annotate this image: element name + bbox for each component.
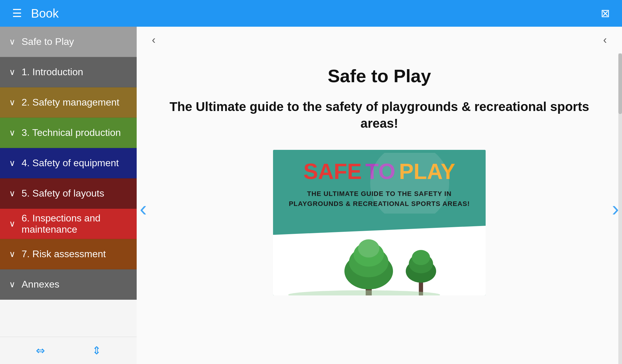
content-top-bar: ‹ ‹ [137, 27, 622, 53]
chevron-icon: ∨ [9, 97, 15, 107]
svg-point-9 [412, 250, 430, 265]
sidebar-item-safety-layouts[interactable]: ∨ 5. Safety of layouts [0, 178, 137, 209]
sidebar-item-label: 4. Safety of equipment [22, 157, 119, 169]
sidebar-item-safety-management[interactable]: ∨ 2. Safety management [0, 87, 137, 118]
sidebar-item-inspections[interactable]: ∨ 6. Inspections and maintenance [0, 209, 137, 239]
translate-icon[interactable]: ⊠ [601, 7, 610, 20]
chevron-icon: ∨ [9, 67, 15, 77]
fit-height-icon[interactable]: ⇕ [92, 344, 101, 357]
sidebar: ∨ Safe to Play ∨ 1. Introduction ∨ 2. Sa… [0, 27, 137, 364]
chevron-icon: ∨ [9, 37, 15, 47]
sidebar-item-label: 5. Safety of layouts [22, 188, 104, 199]
scrollbar-thumb[interactable] [618, 53, 622, 114]
prev-page-button[interactable]: ‹ [140, 197, 147, 221]
chevron-icon: ∨ [9, 219, 15, 229]
app-header: ☰ Book ⊠ [0, 0, 622, 27]
svg-point-10 [288, 290, 440, 295]
chevron-icon: ∨ [9, 188, 15, 198]
collapse-right-button[interactable]: ‹ [600, 31, 610, 49]
chevron-icon: ∨ [9, 128, 15, 138]
book-subtitle-line2: PLAYGROUNDS & RECREATIONAL SPORTS AREAS! [289, 200, 470, 207]
sidebar-item-risk-assessment[interactable]: ∨ 7. Risk assessment [0, 239, 137, 269]
book-cover-image: SAFE TO PLAY THE ULTIMATE GUIDE TO THE S… [273, 150, 486, 295]
next-page-button[interactable]: › [612, 197, 619, 221]
sidebar-item-technical-production[interactable]: ∨ 3. Technical production [0, 118, 137, 148]
main-layout: ∨ Safe to Play ∨ 1. Introduction ∨ 2. Sa… [0, 27, 622, 364]
book-cover-top: SAFE TO PLAY THE ULTIMATE GUIDE TO THE S… [273, 150, 486, 235]
sidebar-footer: ⇔ ⇕ [0, 337, 137, 364]
book-cover-bottom [273, 235, 486, 295]
sidebar-item-annexes[interactable]: ∨ Annexes [0, 269, 137, 300]
sidebar-item-introduction[interactable]: ∨ 1. Introduction [0, 57, 137, 87]
svg-point-5 [358, 239, 379, 258]
chevron-icon: ∨ [9, 279, 15, 289]
sidebar-item-label: 6. Inspections and maintenance [22, 213, 128, 235]
sidebar-item-safe-to-play[interactable]: ∨ Safe to Play [0, 27, 137, 57]
sidebar-item-label: 1. Introduction [22, 66, 83, 78]
sidebar-item-label: 2. Safety management [22, 97, 119, 108]
page-title: Safe to Play [328, 66, 431, 86]
tree-illustration [276, 235, 483, 295]
sidebar-item-label: 7. Risk assessment [22, 248, 106, 260]
sidebar-item-label: Annexes [22, 279, 60, 290]
content-area: ‹ ‹ ‹ Safe to Play The Ultimate guide to… [137, 27, 622, 364]
book-subtitle-line1: THE ULTIMATE GUIDE TO THE SAFETY IN [307, 190, 452, 197]
sidebar-item-safety-equipment[interactable]: ∨ 4. Safety of equipment [0, 148, 137, 178]
sidebar-item-label: Safe to Play [22, 36, 74, 47]
sidebar-item-label: 3. Technical production [22, 127, 121, 138]
page-subtitle: The Ultimate guide to the safety of play… [161, 99, 598, 132]
chevron-icon: ∨ [9, 249, 15, 259]
fit-width-icon[interactable]: ⇔ [36, 344, 45, 357]
collapse-left-button[interactable]: ‹ [149, 31, 159, 49]
app-title: Book [31, 7, 59, 20]
menu-icon[interactable]: ☰ [12, 7, 22, 20]
content-scroll: ‹ Safe to Play The Ultimate guide to the… [137, 53, 622, 364]
chevron-icon: ∨ [9, 158, 15, 168]
